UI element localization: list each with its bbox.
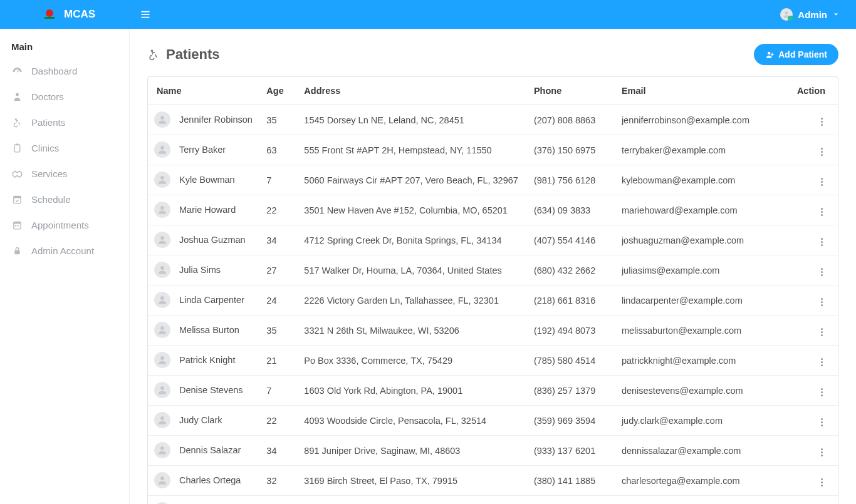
- table-row[interactable]: Patrick Knight21Po Box 3336, Commerce, T…: [148, 346, 838, 376]
- user-plus-icon: [765, 50, 775, 59]
- patient-phone: (407) 554 4146: [528, 225, 615, 255]
- col-address: Address: [298, 77, 528, 105]
- patient-phone: (207) 808 8863: [528, 105, 615, 135]
- patient-age: 21: [260, 346, 298, 376]
- brand[interactable]: MCAS: [0, 7, 130, 22]
- patient-address: 1545 Dorsey Ln NE, Leland, NC, 28451: [298, 105, 528, 135]
- add-patient-label: Add Patient: [778, 49, 827, 59]
- calendar-check-icon: [11, 194, 23, 205]
- sidebar-item-label: Services: [31, 168, 68, 179]
- sidebar-item-appointments[interactable]: Appointments: [0, 212, 129, 238]
- patient-phone: (380) 141 1885: [528, 466, 615, 496]
- user-menu[interactable]: Admin: [780, 8, 856, 21]
- table-row[interactable]: Joshua Guzman344712 Spring Creek Dr, Bon…: [148, 225, 838, 255]
- patient-name: Jennifer Robinson: [179, 115, 253, 125]
- sidebar-item-schedule[interactable]: Schedule: [0, 187, 129, 212]
- page-title: Patients: [147, 46, 220, 63]
- table-row[interactable]: Jennifer Robinson351545 Dorsey Ln NE, Le…: [148, 105, 838, 135]
- patient-phone: (376) 150 6975: [528, 135, 615, 165]
- col-action: Action: [791, 77, 838, 105]
- calendar-icon: [11, 220, 23, 230]
- row-actions-button[interactable]: [818, 115, 825, 128]
- patient-phone: (192) 494 8073: [528, 316, 615, 346]
- row-actions-button[interactable]: [818, 476, 825, 489]
- table-row[interactable]: Kyle Bowman75060 Fairways Cir #APT 207, …: [148, 165, 838, 195]
- avatar-icon: [154, 232, 170, 248]
- row-actions-button[interactable]: [818, 175, 825, 188]
- avatar-icon: [154, 202, 170, 218]
- row-actions-button[interactable]: [818, 265, 825, 279]
- patient-email: judy.clark@example.com: [615, 406, 791, 436]
- sidebar-heading: Main: [0, 38, 129, 58]
- patient-phone: (836) 257 1379: [528, 376, 615, 406]
- patient-address: 555 Front St #APT 2H, Hempstead, NY, 115…: [298, 135, 528, 165]
- sidebar-item-patients[interactable]: Patients: [0, 110, 129, 135]
- patient-email: dennissalazar@example.com: [615, 436, 791, 466]
- user-name: Admin: [798, 9, 827, 20]
- patient-phone: (680) 432 2662: [528, 255, 615, 285]
- sidebar-item-services[interactable]: Services: [0, 161, 129, 187]
- patient-email: melissaburton@example.com: [615, 316, 791, 346]
- patient-age: 22: [260, 406, 298, 436]
- sidebar-item-label: Admin Account: [31, 245, 94, 256]
- patient-age: 7: [260, 165, 298, 195]
- add-patient-button[interactable]: Add Patient: [754, 44, 838, 65]
- wheelchair-icon: [147, 48, 160, 61]
- sidebar-item-label: Dashboard: [31, 66, 77, 76]
- patient-address: 2226 Victory Garden Ln, Tallahassee, FL,…: [298, 285, 528, 316]
- patient-address: 2535 Linden Avenue, Orlando, FL, 32789: [298, 496, 528, 505]
- lock-icon: [11, 245, 23, 256]
- patient-name: Melissa Burton: [179, 325, 239, 335]
- col-name: Name: [148, 77, 260, 105]
- table-row[interactable]: Julia Sims27517 Walker Dr, Houma, LA, 70…: [148, 255, 838, 285]
- table-row[interactable]: Dennis Salazar34891 Juniper Drive, Sagin…: [148, 436, 838, 466]
- row-actions-button[interactable]: [818, 145, 825, 158]
- table-row[interactable]: Marie Howard223501 New Haven Ave #152, C…: [148, 195, 838, 225]
- patient-age: 32: [260, 466, 298, 496]
- patient-name: Kyle Bowman: [179, 175, 235, 185]
- svg-rect-20: [44, 17, 55, 19]
- table-row[interactable]: Denise Stevens71603 Old York Rd, Abingto…: [148, 376, 838, 406]
- sidebar-toggle-button[interactable]: [136, 5, 155, 24]
- row-actions-button[interactable]: [818, 205, 825, 219]
- patient-age: 63: [260, 135, 298, 165]
- table-row[interactable]: Linda Carpenter242226 Victory Garden Ln,…: [148, 285, 838, 316]
- patient-age: 34: [260, 225, 298, 255]
- sidebar-item-clinics[interactable]: Clinics: [0, 135, 129, 161]
- patient-email: mariehoward@example.com: [615, 195, 791, 225]
- sidebar-item-admin-account[interactable]: Admin Account: [0, 238, 129, 264]
- patient-address: 4712 Spring Creek Dr, Bonita Springs, FL…: [298, 225, 528, 255]
- avatar-icon: [154, 111, 170, 128]
- sidebar-item-label: Patients: [31, 117, 65, 128]
- avatar-icon: [154, 442, 170, 458]
- table-row[interactable]: Judy Clark224093 Woodside Circle, Pensac…: [148, 406, 838, 436]
- patients-table: Name Age Address Phone Email Action Jenn…: [148, 77, 838, 504]
- patient-email: joshuaguzman@example.com: [615, 225, 791, 255]
- sidebar-item-doctors[interactable]: Doctors: [0, 84, 129, 110]
- row-actions-button[interactable]: [818, 296, 825, 309]
- avatar-icon: [154, 141, 170, 158]
- patient-address: 4093 Woodside Circle, Pensacola, FL, 325…: [298, 406, 528, 436]
- avatar-icon: [154, 172, 170, 188]
- patient-phone: (785) 580 4514: [528, 346, 615, 376]
- table-row[interactable]: Sandra Mendez242535 Linden Avenue, Orlan…: [148, 496, 838, 505]
- row-actions-button[interactable]: [818, 386, 825, 399]
- row-actions-button[interactable]: [818, 356, 825, 369]
- patients-table-card: Name Age Address Phone Email Action Jenn…: [147, 76, 838, 504]
- row-actions-button[interactable]: [818, 235, 825, 249]
- row-actions-button[interactable]: [818, 326, 825, 339]
- patient-age: 24: [260, 285, 298, 316]
- sidebar-item-dashboard[interactable]: Dashboard: [0, 58, 129, 84]
- row-actions-button[interactable]: [818, 416, 825, 429]
- table-row[interactable]: Charles Ortega323169 Birch Street, El Pa…: [148, 466, 838, 496]
- patient-address: 1603 Old York Rd, Abington, PA, 19001: [298, 376, 528, 406]
- table-row[interactable]: Melissa Burton353321 N 26th St, Milwauke…: [148, 316, 838, 346]
- patient-email: charlesortega@example.com: [615, 466, 791, 496]
- patient-email: patrickknight@example.com: [615, 346, 791, 376]
- brand-logo-icon: [40, 7, 59, 22]
- patient-name: Joshua Guzman: [179, 235, 246, 245]
- row-actions-button[interactable]: [818, 446, 825, 459]
- patient-email: kylebowman@example.com: [615, 165, 791, 195]
- table-row[interactable]: Terry Baker63555 Front St #APT 2H, Hemps…: [148, 135, 838, 165]
- sidebar-item-label: Doctors: [31, 91, 64, 102]
